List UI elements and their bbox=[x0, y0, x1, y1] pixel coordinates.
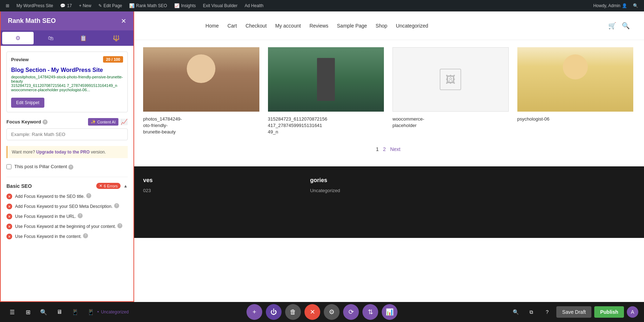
pillar-checkbox[interactable] bbox=[6, 164, 11, 169]
exit-builder-item[interactable]: Exit Visual Builder bbox=[200, 0, 240, 11]
panel-close-button[interactable]: ✕ bbox=[121, 18, 126, 24]
toolbar-tablet-button[interactable]: 📱 bbox=[69, 306, 82, 318]
wp-icon: ⊞ bbox=[6, 3, 9, 8]
basic-seo-header[interactable]: Basic SEO ✕ 6 Errors ▲ bbox=[6, 183, 128, 189]
admin-bar: ⊞ My WordPress Site 💬 17 + New ✎ Edit Pa… bbox=[0, 0, 644, 11]
chevron-up-icon: ▲ bbox=[123, 184, 128, 189]
insights-label: Insights bbox=[181, 3, 196, 8]
nav-shop[interactable]: Shop bbox=[376, 23, 387, 29]
basic-seo-section: Basic SEO ✕ 6 Errors ▲ ✕ Add Focus Keywo… bbox=[6, 177, 128, 240]
rank-math-item[interactable]: 📊 Rank Math SEO bbox=[126, 0, 170, 11]
page-2-link[interactable]: 2 bbox=[383, 146, 386, 152]
toolbar-avatar[interactable]: A bbox=[627, 306, 638, 318]
comments-item[interactable]: 💬 17 bbox=[57, 0, 74, 11]
toolbar-desktop-button[interactable]: 🖥 bbox=[53, 306, 66, 318]
tab-advanced[interactable]: 🔱 bbox=[101, 32, 132, 44]
chart-button[interactable]: 📊 bbox=[382, 304, 397, 320]
seo-item-help-3[interactable]: ? bbox=[78, 213, 83, 218]
toolbar-zoom-button[interactable]: 🔍 bbox=[509, 306, 522, 318]
cart-icon[interactable]: 🛒 bbox=[608, 22, 616, 30]
upgrade-link[interactable]: Upgrade today to the PRO bbox=[36, 150, 89, 155]
trash-button[interactable]: 🗑 bbox=[285, 304, 301, 320]
settings-button[interactable]: ⚙ bbox=[324, 304, 340, 320]
preview-title[interactable]: Blog Section - My WordPress Site bbox=[11, 67, 123, 73]
blog-card-4[interactable]: psychologist-06 bbox=[517, 47, 634, 136]
arrows-button[interactable]: ⇅ bbox=[362, 304, 378, 320]
nav-home[interactable]: Home bbox=[205, 23, 219, 29]
focus-keyword-help-icon[interactable]: ? bbox=[43, 119, 48, 125]
toolbar-mobile-button[interactable]: 📱 bbox=[84, 306, 97, 318]
seo-item-help-4[interactable]: ? bbox=[117, 223, 122, 228]
trend-icon[interactable]: 📈 bbox=[121, 118, 128, 125]
seo-item-text-4: Use Focus Keyword at the beginning of yo… bbox=[15, 223, 116, 230]
site-nav: Home Cart Checkout My account Reviews Sa… bbox=[205, 23, 428, 29]
footer-link-uncategorized[interactable]: Uncategorized bbox=[310, 188, 467, 193]
save-draft-button[interactable]: Save Draft bbox=[556, 306, 591, 318]
ad-health-label: Ad Health bbox=[245, 3, 264, 8]
toolbar-layout-button[interactable]: ⊞ bbox=[21, 306, 34, 318]
new-item[interactable]: + New bbox=[76, 0, 94, 11]
tab-general[interactable]: ⚙ bbox=[2, 32, 34, 44]
footer-link-1[interactable]: 023 bbox=[143, 188, 299, 193]
toolbar-search-button[interactable]: 🔍 bbox=[37, 306, 50, 318]
focus-keyword-input[interactable] bbox=[6, 128, 128, 140]
blog-card-3[interactable]: 🖼 woocommerce-placeholder bbox=[392, 47, 509, 136]
blog-card-2[interactable]: 315284723_6112070872156417_2787459991513… bbox=[268, 47, 384, 136]
tab-schema[interactable]: 🛍 bbox=[35, 32, 67, 44]
add-element-button[interactable]: + bbox=[247, 304, 262, 320]
edit-snippet-button[interactable]: Edit Snippet bbox=[11, 98, 44, 108]
nav-cart[interactable]: Cart bbox=[228, 23, 237, 29]
comments-icon: 💬 bbox=[60, 3, 65, 8]
seo-item-help-2[interactable]: ? bbox=[114, 203, 119, 208]
blog-card-1[interactable]: photos_14784249-oto-friendly-brunette-be… bbox=[143, 47, 259, 136]
toolbar-menu-button[interactable]: ☰ bbox=[6, 306, 19, 318]
content-ai-button[interactable]: ✨ Content AI bbox=[88, 118, 118, 126]
seo-item-help-1[interactable]: ? bbox=[86, 193, 91, 198]
blog-card-image-2 bbox=[268, 47, 384, 112]
seo-error-icon-2: ✕ bbox=[6, 204, 12, 209]
insights-item[interactable]: 📈 Insights bbox=[171, 0, 199, 11]
toolbar-layers-button[interactable]: ⧉ bbox=[525, 306, 538, 318]
nav-search-icon[interactable]: 🔍 bbox=[622, 22, 630, 30]
nav-my-account[interactable]: My account bbox=[275, 23, 301, 29]
nav-sample-page[interactable]: Sample Page bbox=[337, 23, 367, 29]
publish-button[interactable]: Publish bbox=[594, 306, 624, 318]
edit-page-item[interactable]: ✎ Edit Page bbox=[96, 0, 125, 11]
edit-icon: ✎ bbox=[98, 3, 102, 8]
close-button[interactable]: ✕ bbox=[304, 304, 320, 320]
nav-checkout[interactable]: Checkout bbox=[245, 23, 267, 29]
ad-health-item[interactable]: Ad Health bbox=[242, 0, 267, 11]
page-1-link[interactable]: 1 bbox=[376, 146, 379, 152]
footer-col-2: gories Uncategorized bbox=[310, 177, 467, 195]
tab-social[interactable]: 📋 bbox=[68, 32, 99, 44]
errors-badge: ✕ 6 Errors bbox=[96, 183, 121, 189]
search-admin-item[interactable]: 🔍 bbox=[630, 3, 641, 8]
site-name-item[interactable]: My WordPress Site bbox=[14, 0, 56, 11]
seo-item-help-5[interactable]: ? bbox=[83, 233, 88, 238]
seo-error-icon-3: ✕ bbox=[6, 214, 12, 219]
pillar-label: This post is Pillar Content ? bbox=[14, 164, 73, 170]
keyword-tools: ✨ Content AI 📈 bbox=[88, 118, 128, 126]
nav-uncategorized[interactable]: Uncategorized bbox=[396, 23, 428, 29]
toolbar-left: ☰ ⊞ 🔍 🖥 📱 📱 bbox=[6, 306, 97, 318]
footer-heading-2: gories bbox=[310, 177, 467, 184]
rankmath-panel: Rank Math SEO ✕ ⚙ 🛍 📋 🔱 Preview 20 / 100… bbox=[0, 11, 134, 302]
toolbar-help-button[interactable]: ? bbox=[541, 306, 553, 318]
rank-math-icon: 📊 bbox=[129, 3, 135, 8]
pillar-help-icon[interactable]: ? bbox=[68, 165, 73, 170]
history-button[interactable]: ⟳ bbox=[343, 304, 359, 320]
seo-item-2: ✕ Add Focus Keyword to your SEO Meta Des… bbox=[6, 203, 128, 210]
next-page-link[interactable]: Next bbox=[390, 146, 400, 152]
preview-url: depositphotos_14784249-stock-photo-frien… bbox=[11, 75, 123, 92]
power-button[interactable]: ⏻ bbox=[266, 304, 282, 320]
social-icon: 📋 bbox=[80, 35, 87, 42]
seo-item-text-3: Use Focus Keyword in the URL. bbox=[15, 213, 76, 220]
seo-item-text-1: Add Focus Keyword to the SEO title. bbox=[15, 193, 85, 200]
nav-reviews[interactable]: Reviews bbox=[309, 23, 328, 29]
insights-icon: 📈 bbox=[174, 3, 180, 8]
toolbar-center: + ⏻ 🗑 ✕ ⚙ ⟳ ⇅ 📊 bbox=[247, 304, 397, 320]
seo-item-text-2: Add Focus Keyword to your SEO Meta Descr… bbox=[15, 203, 113, 210]
howdy-item[interactable]: Howdy, Admin 👤 bbox=[590, 3, 630, 8]
blog-card-title-1: photos_14784249-oto-friendly-brunette-be… bbox=[143, 116, 259, 136]
wp-logo-item[interactable]: ⊞ bbox=[3, 0, 12, 11]
